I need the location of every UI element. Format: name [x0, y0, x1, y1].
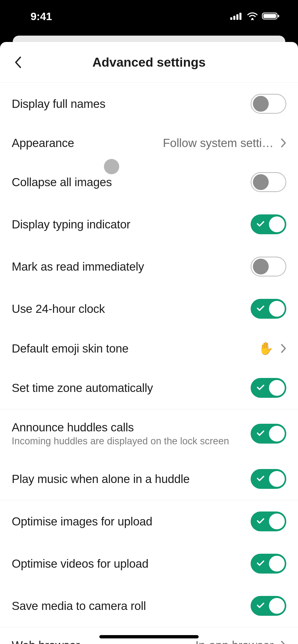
page-title: Advanced settings [0, 55, 298, 70]
row-emoji-skin-tone[interactable]: Default emoji skin tone ✋ [0, 330, 298, 367]
row-display-full-names[interactable]: Display full names [0, 83, 298, 125]
row-label: Save media to camera roll [12, 599, 246, 613]
check-icon [257, 518, 264, 525]
chevron-left-icon [14, 56, 21, 68]
row-label: Use 24-hour clock [12, 302, 246, 316]
toggle-save-media[interactable] [251, 596, 286, 616]
row-typing-indicator[interactable]: Display typing indicator [0, 203, 298, 245]
toggle-knob [269, 426, 285, 442]
toggle-knob [269, 301, 285, 317]
row-label: Default emoji skin tone [12, 342, 253, 355]
row-collapse-images[interactable]: Collapse all images [0, 161, 298, 203]
row-optimise-images[interactable]: Optimise images for upload [0, 500, 298, 543]
row-label: Play music when alone in a huddle [12, 472, 246, 486]
chevron-right-icon [281, 640, 286, 644]
row-huddle-music[interactable]: Play music when alone in a huddle [0, 458, 298, 500]
row-value: Follow system setti… [163, 136, 274, 150]
cellular-icon [230, 12, 243, 21]
toggle-24h-clock[interactable] [251, 299, 286, 319]
check-icon [257, 560, 264, 567]
wifi-icon [247, 12, 258, 21]
row-label: Display full names [12, 97, 246, 111]
toggle-knob [269, 598, 285, 614]
svg-rect-7 [278, 15, 279, 17]
back-button[interactable] [10, 55, 25, 70]
toggle-knob [269, 471, 285, 487]
row-value: In-app browser [195, 638, 274, 644]
toggle-knob [269, 556, 285, 572]
settings-list[interactable]: Display full names Appearance Follow sys… [0, 83, 298, 644]
row-save-media[interactable]: Save media to camera roll [0, 585, 298, 627]
status-indicators [230, 12, 280, 21]
toggle-optimise-images[interactable] [251, 511, 286, 531]
toggle-mark-read[interactable] [251, 257, 286, 276]
check-icon [257, 430, 264, 437]
battery-icon [262, 12, 280, 21]
row-label: Optimise images for upload [12, 515, 246, 528]
check-icon [257, 602, 264, 609]
toggle-display-full-names[interactable] [251, 94, 286, 114]
toggle-knob [253, 259, 269, 274]
toggle-knob [269, 514, 285, 529]
check-icon [257, 475, 264, 482]
home-indicator[interactable] [99, 635, 199, 638]
row-label: Appearance [12, 136, 158, 150]
toggle-huddle-music[interactable] [251, 469, 286, 489]
svg-rect-6 [263, 14, 276, 18]
toggle-announce-huddles[interactable] [251, 424, 286, 444]
toggle-knob [269, 216, 285, 232]
svg-rect-1 [233, 16, 235, 20]
check-icon [257, 384, 264, 391]
row-optimise-videos[interactable]: Optimise videos for upload [0, 543, 298, 585]
toggle-optimise-videos[interactable] [251, 554, 286, 574]
row-label: Collapse all images [12, 175, 246, 189]
toggle-collapse-images[interactable] [251, 172, 286, 192]
toggle-typing-indicator[interactable] [251, 214, 286, 234]
hand-emoji-icon: ✋ [258, 341, 274, 356]
row-label: Web browser [12, 638, 190, 644]
row-appearance[interactable]: Appearance Follow system setti… [0, 125, 298, 161]
check-icon [257, 221, 264, 228]
status-time: 9:41 [31, 10, 52, 23]
svg-rect-0 [230, 17, 232, 20]
row-announce-huddles[interactable]: Announce huddles calls Incoming huddles … [0, 409, 298, 458]
svg-rect-2 [236, 14, 238, 20]
row-label: Mark as read immediately [12, 260, 246, 273]
nav-header: Advanced settings [0, 42, 298, 83]
toggle-auto-timezone[interactable] [251, 378, 286, 398]
row-label: Set time zone automatically [12, 381, 246, 395]
status-bar: 9:41 [0, 0, 298, 36]
row-subtitle: Incoming huddles are displayed on the lo… [12, 436, 246, 447]
row-24h-clock[interactable]: Use 24-hour clock [0, 288, 298, 330]
check-icon [257, 305, 264, 312]
row-label: Announce huddles calls [12, 420, 246, 434]
row-mark-read[interactable]: Mark as read immediately [0, 245, 298, 288]
toggle-knob [269, 380, 285, 396]
row-auto-timezone[interactable]: Set time zone automatically [0, 367, 298, 409]
toggle-knob [253, 174, 269, 190]
toggle-knob [253, 96, 269, 112]
row-label: Optimise videos for upload [12, 557, 246, 570]
settings-sheet: Advanced settings Display full names App… [0, 42, 298, 644]
svg-rect-3 [239, 13, 241, 20]
chevron-right-icon [281, 344, 286, 353]
svg-point-4 [252, 18, 253, 20]
chevron-right-icon [281, 138, 286, 148]
row-label: Display typing indicator [12, 217, 246, 231]
